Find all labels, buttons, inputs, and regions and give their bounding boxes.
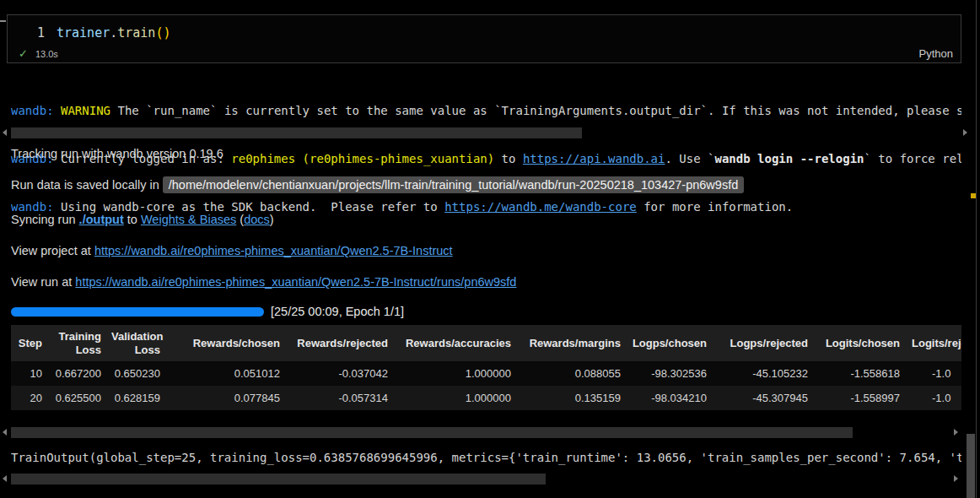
column-header: Rewards/margins: [516, 325, 626, 361]
weights-biases-link[interactable]: Weights & Biases: [141, 213, 236, 226]
metric-cell: -1.0: [905, 361, 961, 386]
code-line[interactable]: 1 trainer.train(): [8, 24, 170, 41]
progress-bar: [11, 307, 264, 317]
notebook-output-screen: 1 trainer.train() ✓ 13.0s Python wandb: …: [0, 0, 980, 498]
scroll-right-arrow-icon[interactable]: [954, 429, 958, 436]
metric-cell: 20: [11, 386, 47, 410]
api-wandb-link[interactable]: https://api.wandb.ai: [523, 152, 665, 165]
code-token-object: trainer: [57, 25, 110, 41]
metric-cell: 0.051012: [165, 361, 285, 386]
metric-cell: -98.302536: [626, 361, 712, 386]
paren-close: ): [270, 213, 274, 226]
code-token-method: train: [117, 25, 155, 41]
project-url-link[interactable]: https://wandb.ai/re0phimes-phimes_xuanti…: [94, 244, 453, 257]
scroll-left-arrow-icon[interactable]: [3, 475, 7, 482]
column-header: Logps/chosen: [626, 325, 712, 361]
run-data-text: Run data is saved locally in /home/model…: [11, 178, 744, 192]
code-text: trainer.train(): [57, 24, 170, 41]
log-text: for more information.: [637, 200, 793, 214]
log-text: [295, 152, 302, 165]
metric-cell: 0.628159: [106, 386, 165, 410]
wandb-prefix: wandb:: [11, 200, 54, 214]
h-scrollbar-thumb-middle[interactable]: [11, 427, 853, 438]
output-dir-link[interactable]: ./output: [79, 213, 124, 226]
column-header: Rewards/accuracies: [393, 325, 516, 361]
paren-open: (: [236, 213, 244, 226]
tracking-version-text: Tracking run with wandb version 0.19.6: [11, 147, 223, 160]
metric-cell: 0.135159: [516, 386, 626, 410]
metric-cell: 0.625500: [47, 386, 106, 410]
column-header: Logits/chosen: [813, 325, 905, 361]
log-text: to: [494, 152, 523, 165]
table-row: 20 0.625500 0.628159 0.077845 -0.057314 …: [11, 386, 961, 410]
editor-right-border: [976, 0, 977, 498]
overview-ruler-marker: [971, 193, 976, 198]
scroll-right-arrow-icon[interactable]: [954, 475, 958, 482]
cell-left-tick: [0, 20, 6, 22]
metric-cell: -45.105232: [712, 361, 813, 386]
h-scrollbar-thumb-bottom[interactable]: [11, 474, 546, 484]
success-check-icon: ✓: [19, 48, 28, 59]
code-cell[interactable]: 1 trainer.train() ✓ 13.0s Python: [7, 14, 961, 63]
metric-cell: 1.000000: [393, 361, 516, 386]
metric-cell: -1.558618: [813, 361, 905, 386]
execution-time: 13.0s: [35, 49, 58, 59]
metric-cell: -1.0: [905, 386, 961, 410]
metrics-table: Step Training Loss Validation Loss Rewar…: [11, 325, 961, 410]
progress-label: [25/25 00:09, Epoch 1/1]: [271, 305, 404, 318]
header-row: Step Training Loss Validation Loss Rewar…: [11, 325, 961, 361]
table-row: 10 0.667200 0.650230 0.051012 -0.037042 …: [11, 361, 961, 386]
column-header: Logits/rejected: [905, 325, 961, 361]
syncing-run-text: Syncing run ./output to Weights & Biases…: [11, 213, 274, 226]
metric-cell: 0.667200: [47, 361, 106, 386]
log-text: The `run_name` is currently set to the s…: [110, 104, 961, 117]
metric-cell: -45.307945: [712, 386, 813, 410]
run-data-path: /home/modelenv/chentianxuan/projects/llm…: [163, 176, 744, 193]
metric-cell: -0.037042: [285, 361, 393, 386]
column-header: Step: [11, 325, 47, 361]
warning-label: WARNING: [61, 104, 110, 117]
metrics-table-wrap: Step Training Loss Validation Loss Rewar…: [11, 325, 961, 410]
view-project-text: View project at https://wandb.ai/re0phim…: [11, 244, 453, 257]
scroll-left-arrow-icon[interactable]: [3, 129, 7, 136]
metric-cell: -1.558997: [813, 386, 905, 410]
docs-link[interactable]: docs: [244, 213, 270, 226]
log-line-warning: wandb: WARNING The `run_name` is current…: [11, 103, 961, 119]
log-text: Using wandb-core as the SDK backend. Ple…: [54, 200, 445, 214]
metric-cell: 0.650230: [106, 361, 165, 386]
relogin-command: wandb login --relogin: [714, 152, 864, 165]
run-url-link[interactable]: https://wandb.ai/re0phimes-phimes_xuanti…: [75, 275, 516, 289]
metric-cell: -98.034210: [626, 386, 712, 410]
view-run-text: View run at https://wandb.ai/re0phimes-p…: [11, 275, 516, 289]
column-header: Rewards/chosen: [165, 325, 285, 361]
language-selector[interactable]: Python: [919, 47, 953, 60]
syncing-mid: to: [124, 213, 141, 226]
v-scrollbar-thumb[interactable]: [967, 434, 975, 498]
log-text: . Use `: [665, 152, 714, 165]
metric-cell: 1.000000: [393, 386, 516, 410]
code-token-dot: .: [110, 25, 117, 41]
view-run-prefix: View run at: [11, 275, 75, 289]
progress-row: [25/25 00:09, Epoch 1/1]: [11, 305, 404, 318]
column-header: Validation Loss: [106, 325, 165, 361]
team-text: (re0phimes-phimes_xuantian): [303, 152, 495, 165]
train-output-text: TrainOutput(global_step=25, training_los…: [11, 450, 961, 465]
column-header: Rewards/rejected: [285, 325, 393, 361]
scroll-left-arrow-icon[interactable]: [3, 429, 7, 436]
cell-status-bar: ✓ 13.0s: [19, 48, 58, 59]
run-data-prefix: Run data is saved locally in: [11, 178, 163, 192]
column-header: Logps/rejected: [712, 325, 813, 361]
metric-cell: -0.057314: [285, 386, 393, 410]
username-text: re0phimes: [231, 152, 295, 165]
wandb-prefix: wandb:: [11, 104, 54, 117]
log-text: ` to force relo: [864, 152, 962, 165]
syncing-prefix: Syncing run: [11, 213, 79, 226]
line-number: 1: [35, 24, 45, 41]
h-scrollbar-thumb-top[interactable]: [11, 127, 582, 138]
scroll-right-arrow-icon[interactable]: [963, 129, 967, 136]
metric-cell: 0.088055: [516, 361, 626, 386]
wandb-core-link[interactable]: https://wandb.me/wandb-core: [444, 200, 637, 214]
code-token-parens: (): [155, 25, 170, 41]
metric-cell: 0.077845: [165, 386, 285, 410]
metric-cell: 10: [11, 361, 47, 386]
